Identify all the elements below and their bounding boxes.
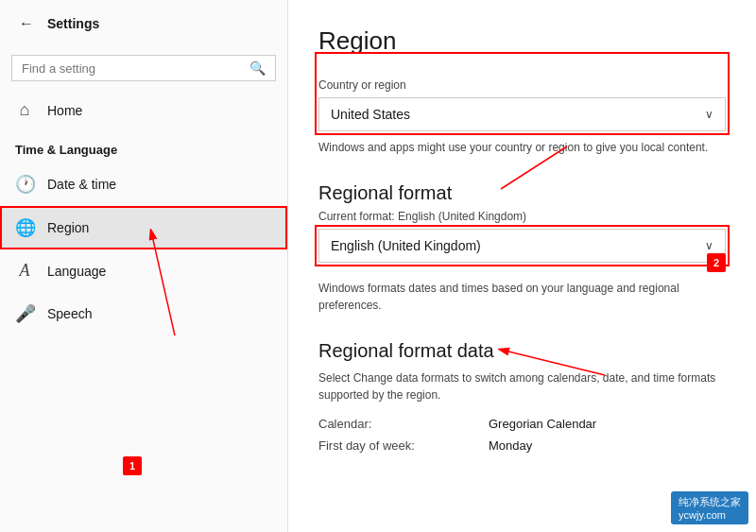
watermark: 纯净系统之家 ycwjy.com — [671, 491, 748, 524]
language-icon: A — [15, 261, 34, 281]
calendar-label: Calendar: — [318, 417, 470, 431]
country-dropdown[interactable]: United States ∨ — [318, 97, 726, 131]
region-icon: 🌐 — [15, 217, 34, 238]
annotation-2-badge: 2 — [707, 253, 726, 272]
current-format-label: Current format: English (United Kingdom) — [318, 210, 726, 223]
sidebar-region-wrapper: 🌐 Region — [0, 206, 287, 249]
search-input[interactable] — [22, 61, 242, 76]
back-icon: ← — [19, 15, 34, 32]
watermark-line2: ycwjy.com — [679, 509, 741, 521]
regional-format-title: Regional format — [318, 182, 726, 204]
datetime-label: Date & time — [47, 177, 116, 192]
search-box: 🔍 — [11, 55, 276, 81]
sidebar-item-region[interactable]: 🌐 Region — [0, 206, 287, 249]
calendar-value: Gregorian Calendar — [489, 417, 596, 431]
sidebar-title: Settings — [47, 16, 99, 31]
format-dropdown-container: English (United Kingdom) ∨ 2 — [318, 229, 726, 263]
first-day-label: First day of week: — [318, 438, 470, 453]
time-language-section-label: Time & Language — [0, 131, 287, 163]
sidebar-item-datetime[interactable]: 🕐 Date & time — [0, 163, 287, 206]
regional-format-data-desc: Select Change data formats to switch amo… — [318, 369, 726, 403]
language-label: Language — [47, 264, 106, 279]
search-icon: 🔍 — [249, 60, 266, 76]
back-button[interactable]: ← — [15, 11, 38, 36]
sidebar-item-speech[interactable]: 🎤 Speech — [0, 292, 287, 335]
datetime-icon: 🕐 — [15, 174, 34, 195]
table-row: Calendar: Gregorian Calendar — [318, 413, 726, 435]
format-dropdown[interactable]: English (United Kingdom) ∨ — [318, 229, 726, 263]
table-row: First day of week: Monday — [318, 435, 726, 456]
format-hint: Windows formats dates and times based on… — [318, 280, 726, 314]
format-select[interactable]: English (United Kingdom) — [319, 230, 725, 262]
region-label: Region — [47, 220, 89, 235]
sidebar-nav: ⌂ Home Time & Language 🕐 Date & time 🌐 R… — [0, 89, 287, 335]
page-title: Region — [318, 26, 726, 56]
speech-icon: 🎤 — [15, 303, 34, 324]
country-region-section: Country or region United States ∨ Window… — [318, 78, 726, 156]
country-select[interactable]: United States — [319, 98, 725, 130]
sidebar-header: ← Settings — [0, 0, 287, 47]
first-day-value: Monday — [489, 438, 532, 453]
regional-data-table: Calendar: Gregorian Calendar First day o… — [318, 413, 726, 456]
regional-format-section: Regional format Current format: English … — [318, 182, 726, 314]
country-field-label: Country or region — [318, 78, 726, 92]
regional-format-data-title: Regional format data — [318, 340, 726, 362]
home-icon: ⌂ — [15, 100, 34, 120]
sidebar-item-language[interactable]: A Language — [0, 249, 287, 292]
watermark-line1: 纯净系统之家 — [679, 495, 741, 509]
country-hint: Windows and apps might use your country … — [318, 139, 726, 156]
main-content: Region Country or region United States ∨… — [288, 0, 756, 532]
regional-format-data-section: Regional format data Select Change data … — [318, 340, 726, 456]
annotation-1-badge: 1 — [123, 456, 142, 475]
country-dropdown-wrapper: Country or region United States ∨ — [318, 78, 726, 131]
home-label: Home — [47, 103, 82, 118]
speech-label: Speech — [47, 306, 92, 321]
sidebar-item-home[interactable]: ⌂ Home — [0, 89, 287, 131]
